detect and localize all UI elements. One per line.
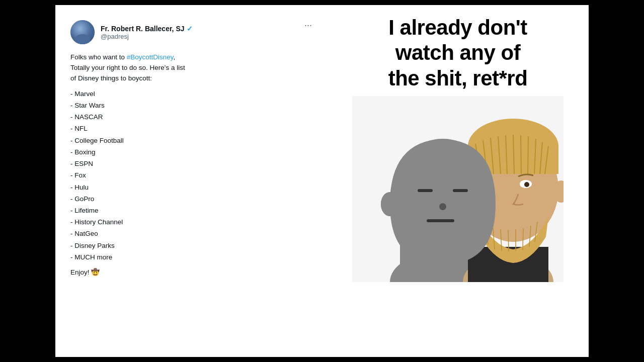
svg-point-34 xyxy=(524,182,529,187)
meme-image xyxy=(352,96,564,282)
meme-svg xyxy=(352,96,564,282)
svg-rect-36 xyxy=(418,189,433,192)
svg-line-28 xyxy=(508,230,509,251)
list-item: - College Football xyxy=(70,135,312,146)
list-item: - Star Wars xyxy=(70,100,312,111)
list-item: - Boxing xyxy=(70,146,312,158)
list-item: - MUCH more xyxy=(70,251,312,263)
svg-line-30 xyxy=(523,228,523,250)
list-item: - Fox xyxy=(70,169,312,181)
tweet-intro: Folks who want to #BoycottDisney, Totall… xyxy=(70,52,312,84)
list-item: - NASCAR xyxy=(70,111,312,123)
list-item: - NatGeo xyxy=(70,228,312,239)
tweet-panel: Fr. Robert R. Ballecer, SJ ✓ @padresj ··… xyxy=(55,5,327,357)
list-item: - Hulu xyxy=(70,182,312,193)
meme-panel: I already don't watch any of the shit, r… xyxy=(327,5,589,357)
tweet-header: Fr. Robert R. Ballecer, SJ ✓ @padresj ··… xyxy=(70,20,312,44)
meme-text: I already don't watch any of the shit, r… xyxy=(388,15,528,91)
author-info: Fr. Robert R. Ballecer, SJ ✓ @padresj xyxy=(101,25,193,40)
list-item: - NFL xyxy=(70,123,312,134)
svg-rect-39 xyxy=(427,219,454,222)
list-item: - GoPro xyxy=(70,193,312,205)
list-item: - ESPN xyxy=(70,158,312,169)
screenshot-container: Fr. Robert R. Ballecer, SJ ✓ @padresj ··… xyxy=(55,5,589,357)
svg-rect-37 xyxy=(453,189,468,192)
list-item: - History Channel xyxy=(70,216,312,228)
avatar xyxy=(70,20,95,44)
svg-point-38 xyxy=(439,203,446,210)
list-item: - Disney Parks xyxy=(70,240,312,251)
svg-point-40 xyxy=(381,192,399,216)
svg-line-21 xyxy=(528,136,528,174)
tweet-enjoy: Enjoy! 🤠 xyxy=(70,268,312,276)
author-handle: @padresj xyxy=(101,33,193,40)
more-options-icon[interactable]: ··· xyxy=(304,20,312,31)
svg-line-20 xyxy=(521,135,521,174)
author-name: Fr. Robert R. Ballecer, SJ ✓ xyxy=(101,25,193,33)
verified-badge: ✓ xyxy=(187,25,193,33)
list-item: - Marvel xyxy=(70,88,312,100)
boycott-list: - Marvel - Star Wars - NASCAR - NFL - Co… xyxy=(70,88,312,263)
list-item: - Lifetime xyxy=(70,205,312,216)
